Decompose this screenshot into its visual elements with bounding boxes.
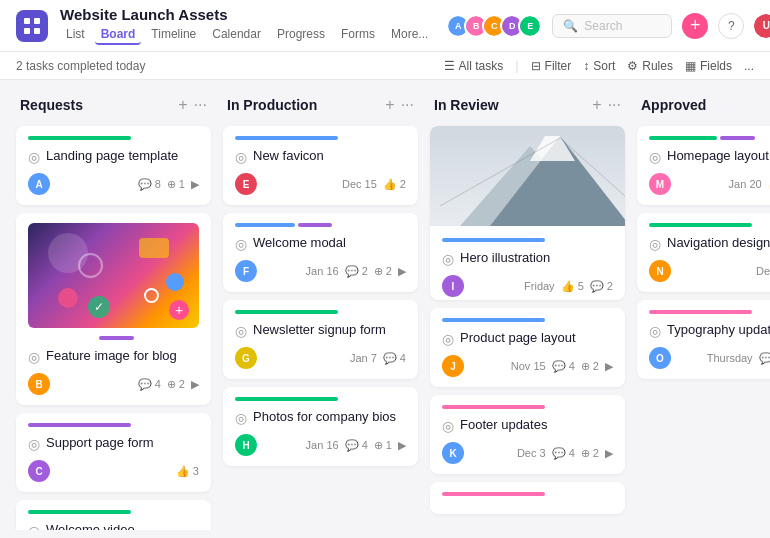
card-title: ◎ Footer updates — [442, 417, 613, 434]
avatar: E — [235, 173, 257, 195]
check-icon: ◎ — [28, 436, 40, 452]
card-title: ◎ Typography updates — [649, 322, 770, 339]
project-title: Website Launch Assets — [60, 6, 434, 23]
tab-timeline[interactable]: Timeline — [145, 25, 202, 45]
card-feature-image[interactable]: ✓ + ◎ Feature image for blog B 💬 4 ⊕ 2 ▶ — [16, 213, 211, 405]
header-right: A B C D E 🔍 Search + ? U — [446, 13, 770, 39]
add-card-requests[interactable]: + — [178, 96, 187, 114]
column-header-in-production: In Production + ··· — [223, 96, 418, 118]
card-meta: I Friday 👍 5 💬 2 — [442, 275, 613, 297]
card-welcome-modal[interactable]: ◎ Welcome modal F Jan 16 💬 2 ⊕ 2 ▶ — [223, 213, 418, 292]
check-icon: ◎ — [28, 149, 40, 165]
all-tasks-button[interactable]: ☰ All tasks — [444, 59, 504, 73]
card-hero-illustration[interactable]: ◎ Hero illustration I Friday 👍 5 💬 2 — [430, 126, 625, 300]
stat-arrow: ▶ — [398, 439, 406, 452]
card-welcome-video[interactable]: ◎ Welcome video — [16, 500, 211, 530]
card-footer-updates[interactable]: ◎ Footer updates K Dec 3 💬 4 ⊕ 2 ▶ — [430, 395, 625, 474]
column-actions-in-review: + ··· — [592, 96, 621, 114]
card-tag — [649, 310, 752, 314]
stat-subtask: ⊕ 2 — [374, 265, 392, 278]
app-icon — [16, 10, 48, 42]
header-title-area: Website Launch Assets List Board Timelin… — [60, 6, 434, 45]
avatar: G — [235, 347, 257, 369]
card-stats: Dec 10 👍 3 — [756, 265, 770, 278]
card-meta: A 💬 8 ⊕ 1 ▶ — [28, 173, 199, 195]
date: Jan 16 — [306, 265, 339, 277]
more-in-production[interactable]: ··· — [401, 96, 414, 114]
card-landing-page-template[interactable]: ◎ Landing page template A 💬 8 ⊕ 1 ▶ — [16, 126, 211, 205]
stat-arrow: ▶ — [191, 378, 199, 391]
card-newsletter-signup[interactable]: ◎ Newsletter signup form G Jan 7 💬 4 — [223, 300, 418, 379]
stat-subtask: ⊕ 2 — [581, 447, 599, 460]
column-in-production: In Production + ··· ◎ New favicon E Dec … — [223, 96, 418, 514]
add-card-in-review[interactable]: + — [592, 96, 601, 114]
date: Nov 15 — [511, 360, 546, 372]
card-title: ◎ New favicon — [235, 148, 406, 165]
avatar: B — [28, 373, 50, 395]
fields-button[interactable]: ▦ Fields — [685, 59, 732, 73]
tab-board[interactable]: Board — [95, 25, 142, 45]
card-meta: B 💬 4 ⊕ 2 ▶ — [28, 373, 199, 395]
card-partial-pink[interactable] — [430, 482, 625, 514]
stat-comment: 💬 2 — [345, 265, 368, 278]
check-icon: ◎ — [235, 149, 247, 165]
tab-calendar[interactable]: Calendar — [206, 25, 267, 45]
rules-button[interactable]: ⚙ Rules — [627, 59, 673, 73]
stat-subtask: ⊕ 2 — [167, 378, 185, 391]
add-button[interactable]: + — [682, 13, 708, 39]
date: Jan 20 — [729, 178, 762, 190]
column-requests: Requests + ··· ◎ Landing page template A… — [16, 96, 211, 514]
board: Requests + ··· ◎ Landing page template A… — [0, 80, 770, 530]
tab-progress[interactable]: Progress — [271, 25, 331, 45]
stat-comment: 💬 4 — [383, 352, 406, 365]
card-content: ◎ Hero illustration I Friday 👍 5 💬 2 — [430, 226, 625, 300]
list-icon: ☰ — [444, 59, 455, 73]
avatar: K — [442, 442, 464, 464]
check-icon: ◎ — [28, 349, 40, 365]
svg-rect-0 — [24, 18, 30, 24]
check-icon: ◎ — [442, 331, 454, 347]
dual-bar — [235, 223, 406, 227]
stat-comment: 💬 2 — [590, 280, 613, 293]
tab-more[interactable]: More... — [385, 25, 434, 45]
avatar: N — [649, 260, 671, 282]
rules-icon: ⚙ — [627, 59, 638, 73]
stat-comment: 💬 4 — [345, 439, 368, 452]
card-navigation-design[interactable]: ◎ Navigation design N Dec 10 👍 3 — [637, 213, 770, 292]
check-icon: ◎ — [235, 323, 247, 339]
sort-button[interactable]: ↕ Sort — [583, 59, 615, 73]
search-box[interactable]: 🔍 Search — [552, 14, 672, 38]
card-stats: 💬 4 ⊕ 2 ▶ — [138, 378, 199, 391]
stat-subtask: ⊕ 1 — [167, 178, 185, 191]
card-meta: C 👍 3 — [28, 460, 199, 482]
avatar: H — [235, 434, 257, 456]
dual-bar — [28, 336, 199, 340]
card-homepage-layout[interactable]: ◎ Homepage layout M Jan 20 👍 2 💬 4 — [637, 126, 770, 205]
filter-button[interactable]: ⊟ Filter — [531, 59, 572, 73]
help-button[interactable]: ? — [718, 13, 744, 39]
date: Dec 10 — [756, 265, 770, 277]
more-options-button[interactable]: ... — [744, 59, 754, 73]
column-approved: Approved + ··· ◎ Homepage layout M Jan 2… — [637, 96, 770, 514]
card-support-page-form[interactable]: ◎ Support page form C 👍 3 — [16, 413, 211, 492]
stat-arrow: ▶ — [605, 360, 613, 373]
filter-icon: ⊟ — [531, 59, 541, 73]
card-stats: Dec 3 💬 4 ⊕ 2 ▶ — [517, 447, 613, 460]
toolbar: ☰ All tasks | ⊟ Filter ↕ Sort ⚙ Rules ▦ … — [444, 58, 754, 73]
card-product-page-layout[interactable]: ◎ Product page layout J Nov 15 💬 4 ⊕ 2 ▶ — [430, 308, 625, 387]
add-card-in-production[interactable]: + — [385, 96, 394, 114]
more-requests[interactable]: ··· — [194, 96, 207, 114]
card-tag — [28, 510, 131, 514]
tab-forms[interactable]: Forms — [335, 25, 381, 45]
tab-list[interactable]: List — [60, 25, 91, 45]
card-typography-updates[interactable]: ◎ Typography updates O Thursday 💬 4 ⊕ 1 … — [637, 300, 770, 379]
avatar: C — [28, 460, 50, 482]
column-header-approved: Approved + ··· — [637, 96, 770, 118]
stat-subtask: ⊕ 2 — [581, 360, 599, 373]
fields-icon: ▦ — [685, 59, 696, 73]
card-new-favicon[interactable]: ◎ New favicon E Dec 15 👍 2 — [223, 126, 418, 205]
card-photos-company-bios[interactable]: ◎ Photos for company bios H Jan 16 💬 4 ⊕… — [223, 387, 418, 466]
more-in-review[interactable]: ··· — [608, 96, 621, 114]
svg-rect-2 — [24, 28, 30, 34]
sort-icon: ↕ — [583, 59, 589, 73]
